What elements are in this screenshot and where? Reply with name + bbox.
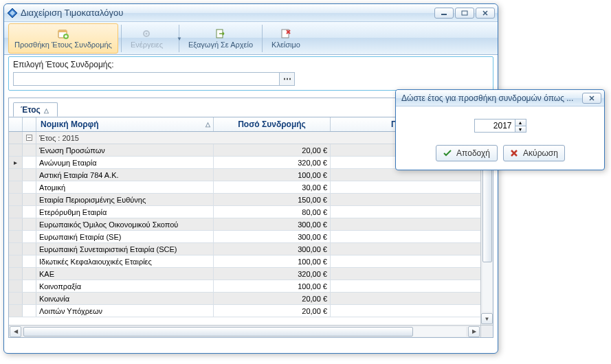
ellipsis-icon: ⋯ [283,74,291,84]
horizontal-scrollbar-row: ◀ ▶ [9,325,493,337]
spin-buttons: ▲ ▼ [515,119,526,133]
row-indent [23,268,36,280]
row-indicator [9,231,23,242]
table-row[interactable]: Κοινοπραξία100,00 € [9,280,493,293]
spin-down-button[interactable]: ▼ [515,126,526,132]
table-row[interactable]: Ετερόρυθμη Εταιρία80,00 € [9,206,493,218]
svg-rect-7 [58,30,67,32]
spin-up-button[interactable]: ▲ [515,120,526,126]
cell-fee: 300,00 € [214,231,331,242]
gear-icon [141,28,152,39]
maximize-button[interactable] [455,8,474,19]
toolbar-separator [121,25,122,52]
row-indent [23,194,36,205]
minimize-button[interactable] [434,8,454,19]
row-indicator [9,144,23,156]
cell-fee: 150,00 € [214,194,331,205]
table-row[interactable]: Ατομική30,00 € [9,181,493,194]
export-button[interactable]: Εξαγωγή Σε Αρχείο [182,23,259,54]
cell-fee: 30,00 € [214,181,331,193]
vscroll-track[interactable] [482,147,492,312]
row-indent [23,305,36,317]
chevron-down-icon: ▼ [177,35,182,41]
year-spin-input[interactable] [474,119,515,133]
actions-label: Ενέργειες [131,41,163,49]
scroll-left-button[interactable]: ◀ [10,326,21,337]
app-icon [7,8,18,19]
cell-legal-form: Ανώνυμη Εταιρία [36,157,214,168]
row-indicator [9,169,23,181]
hscroll-track[interactable] [23,327,466,337]
table-row[interactable]: Αστική Εταιρία 784 Α.Κ.100,00 € [9,169,493,181]
row-indent [23,293,36,304]
svg-point-10 [146,32,148,34]
row-indicator [9,255,23,267]
cancel-button[interactable]: Ακύρωση [503,145,565,161]
table-row[interactable]: Εταιρία Περιορισμένης Ευθύνης150,00 € [9,194,493,206]
cell-liability-fee [331,305,493,317]
cell-liability-fee [331,280,493,292]
scrollbar-corner [480,325,493,337]
cell-liability-fee [331,268,493,280]
cell-fee: 100,00 € [214,255,331,267]
scroll-right-button[interactable]: ▶ [468,326,480,337]
table-row[interactable]: Λοιπών Υπόχρεων20,00 € [9,305,493,317]
cell-liability-fee [331,194,493,205]
add-year-button[interactable]: Προσθήκη Έτους Συνδρομής [8,23,118,54]
close-button[interactable]: Κλείσιμο [265,23,307,54]
cell-liability-fee [331,293,493,304]
close-window-button[interactable] [476,8,495,19]
minus-icon: − [26,135,32,141]
table-row[interactable]: Κοινωνία20,00 € [9,293,493,305]
hscroll-thumb[interactable] [23,327,413,337]
year-picker-button[interactable]: ⋯ [280,72,295,86]
cell-liability-fee [331,255,493,267]
group-expander[interactable]: − [23,132,36,144]
close-icon [482,10,489,16]
group-column-label: Έτος [21,105,41,115]
dialog-button-row: Αποδοχή Ακύρωση [436,145,565,161]
dialog-title: Δώστε έτος για προσθήκη συνδρομών όπως .… [399,93,582,103]
table-row[interactable]: Ιδιωτικές Κεφαλαιουχικές Εταιρίες100,00 … [9,255,493,268]
cell-fee: 20,00 € [214,144,331,156]
sort-asc-icon: △ [205,121,210,128]
row-indicator [9,181,23,193]
cell-legal-form: Ένωση Προσώπων [36,144,214,156]
toolbar: Προσθήκη Έτους Συνδρομής Ενέργειες ▼ Εξα… [4,22,498,55]
table-row[interactable]: Ευρωπαικός Όμιλος Οικονομικού Σκοπού300,… [9,218,493,231]
row-indent [23,231,36,242]
accept-label: Αποδοχή [456,148,490,158]
year-picker: ⋯ [13,72,295,86]
export-icon [215,28,226,39]
row-indicator [9,305,23,317]
accept-button[interactable]: Αποδοχή [436,145,498,161]
row-indent [23,169,36,181]
row-indent [23,280,36,292]
table-row[interactable]: Ευρωπαική Εταιρία (SE)300,00 € [9,231,493,243]
column-fee[interactable]: Ποσό Συνδρομής [214,117,331,131]
cell-fee: 20,00 € [214,305,331,317]
year-selection-label: Επιλογή Έτους Συνδρομής: [13,60,489,69]
dialog-close-button[interactable] [582,93,601,104]
add-year-label: Προσθήκη Έτους Συνδρομής [14,41,112,49]
row-indicator [9,218,23,230]
scroll-down-button[interactable]: ▼ [481,313,493,324]
column-legal-form[interactable]: Νομική Μορφή △ [36,117,214,131]
cell-legal-form: Λοιπών Υπόχρεων [36,305,214,317]
cell-liability-fee [331,181,493,193]
year-picker-input[interactable] [13,72,280,86]
horizontal-scrollbar[interactable]: ◀ ▶ [9,325,480,337]
table-row[interactable]: ΚΑΕ320,00 € [9,268,493,280]
column-fee-label: Ποσό Συνδρομής [238,120,306,129]
cell-legal-form: Ευρωπαική Συνεταιριστική Εταιρία (SCE) [36,243,214,255]
cell-fee: 320,00 € [214,157,331,168]
cell-fee: 100,00 € [214,169,331,181]
row-indent [23,157,36,168]
cell-legal-form: Κοινωνία [36,293,214,304]
column-legal-form-label: Νομική Μορφή [41,120,99,129]
table-row[interactable]: Ευρωπαική Συνεταιριστική Εταιρία (SCE)30… [9,243,493,255]
cell-legal-form: Ετερόρυθμη Εταιρία [36,206,214,218]
titlebar: Διαχείριση Τιμοκαταλόγου [4,4,498,22]
group-column-tab[interactable]: Έτος △ [13,102,58,117]
header-indicator [23,117,36,131]
